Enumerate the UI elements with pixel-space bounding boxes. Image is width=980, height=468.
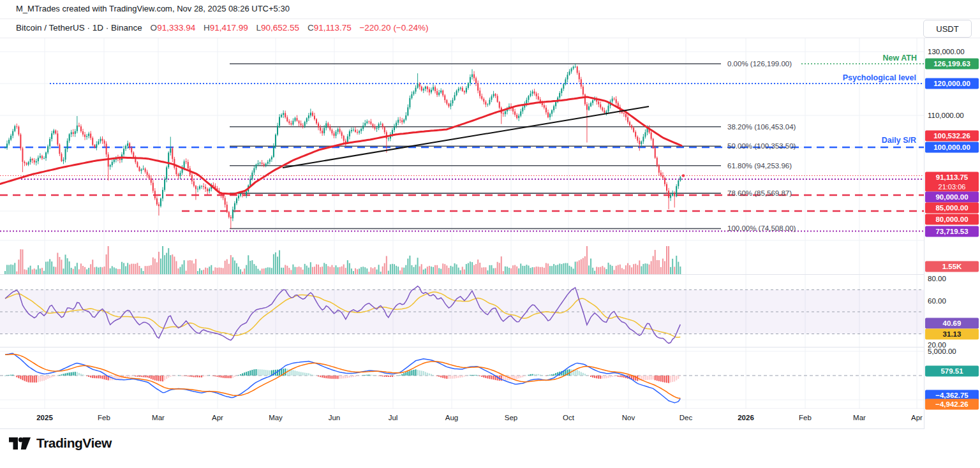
time-axis-label: Aug (445, 414, 458, 421)
tradingview-chart-page: M_MTrades created with TradingView.com, … (0, 0, 980, 468)
price-badge: 90,000.00 (925, 192, 979, 203)
price-badge: 100,000.00 (925, 142, 979, 153)
price-badge: 1.55K (925, 261, 979, 272)
price-badge: 100,532.26 (925, 131, 979, 142)
price-badge: 40.69 (925, 318, 979, 329)
price-badge: 80,000.00 (925, 214, 979, 225)
time-axis-label: Mar (853, 414, 866, 421)
pane-axis-label: 5,000.00 (928, 347, 956, 355)
tradingview-footer: TradingView (9, 435, 112, 451)
time-axis-label: Dec (679, 414, 692, 421)
pane-axis-label: 60.00 (928, 297, 946, 305)
price-axis[interactable]: 130,000.00110,000.0080.0060.0020.005,000… (924, 38, 980, 429)
time-axis-label: Feb (799, 414, 812, 421)
pane-axis-label: 80.00 (928, 275, 946, 282)
time-axis-label: Sep (505, 414, 517, 421)
price-badge: 85,000.00 (925, 203, 979, 214)
time-axis-label: Feb (98, 414, 110, 421)
tradingview-logo-text: TradingView (36, 435, 112, 451)
time-axis-label: Jul (389, 414, 398, 421)
tradingview-logo-icon (9, 435, 31, 451)
time-axis-label: Oct (563, 414, 574, 421)
price-axis-label: 110,000.00 (928, 112, 964, 119)
time-axis-label: 2026 (738, 414, 754, 421)
price-badge: 579.51 (925, 366, 979, 377)
price-axis-label: 130,000.00 (928, 48, 965, 55)
price-badge: 91,113.7521:03:06 (925, 172, 979, 192)
price-badge: 126,199.63 (925, 59, 979, 69)
price-chart-canvas[interactable] (0, 0, 924, 428)
time-axis-label: Jun (329, 414, 341, 421)
time-axis-label: May (269, 414, 283, 421)
price-badge: 73,719.53 (925, 226, 979, 237)
time-axis-label: Apr (212, 414, 223, 421)
time-axis-label: Apr (911, 414, 923, 421)
price-badge: 120,000.00 (925, 78, 979, 89)
price-badge: −4,942.26 (925, 399, 979, 410)
time-axis-label: 2025 (36, 414, 53, 421)
time-axis-label: Nov (622, 414, 635, 421)
time-axis[interactable]: 2025FebMarAprMayJunJulAugSepOctNovDec202… (0, 409, 924, 428)
price-badge: 31.13 (925, 329, 979, 340)
time-axis-label: Mar (152, 414, 165, 421)
countdown-timer: 21:03:06 (925, 182, 979, 191)
time-axis-divider (0, 428, 980, 429)
chart-plot-area[interactable] (0, 0, 924, 428)
currency-toggle-button[interactable]: USDT (923, 20, 972, 38)
